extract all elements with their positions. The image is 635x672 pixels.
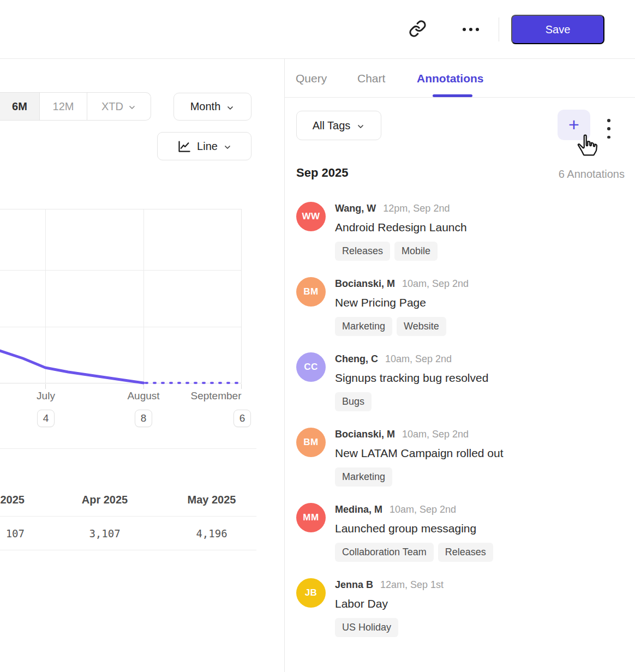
avatar: MM xyxy=(296,503,326,532)
annotation-title: Labor Day xyxy=(335,595,444,613)
avatar: CC xyxy=(296,352,326,382)
range-option-xtd-label: XTD xyxy=(101,100,123,113)
annotation-tag[interactable]: Bugs xyxy=(335,392,372,411)
annotation-tag[interactable]: Marketing xyxy=(335,467,392,487)
annotation-tag[interactable]: Releases xyxy=(335,242,390,261)
table-value-cell: 4,196 xyxy=(159,527,265,539)
chart-plot-area xyxy=(0,209,242,383)
table-header-row: 2025 Apr 2025 May 2025 xyxy=(0,449,256,517)
range-option-xtd[interactable]: XTD xyxy=(87,93,151,120)
annotation-tag[interactable]: Website xyxy=(397,317,446,336)
interval-label: Month xyxy=(190,100,221,113)
annotation-tag[interactable]: Marketing xyxy=(335,317,392,336)
annotation-author: Wang, W xyxy=(335,202,376,214)
save-button[interactable]: Save xyxy=(511,15,604,44)
copy-link-button[interactable] xyxy=(408,20,427,39)
avatar: WW xyxy=(296,202,326,231)
chart-type-dropdown[interactable]: Line xyxy=(157,132,251,160)
chart-line-svg xyxy=(0,209,242,384)
annotation-title: New Pricing Page xyxy=(335,293,469,312)
table-header-cell: 2025 xyxy=(0,494,25,506)
annotation-title: New LATAM Campaign rolled out xyxy=(335,444,504,463)
annotation-count-badge-july[interactable]: 4 xyxy=(37,410,55,427)
annotation-author: Jenna B xyxy=(335,579,373,591)
annotation-timestamp: 10am, Sep 2nd xyxy=(402,278,469,290)
table-value-cell: 107 xyxy=(0,527,25,539)
annotation-author: Bocianski, M xyxy=(335,428,395,440)
axis-tick xyxy=(241,384,242,389)
month-group-header: Sep 2025 xyxy=(296,166,348,180)
chart-type-label: Line xyxy=(197,140,218,153)
annotation-item[interactable]: BM Bocianski, M 10am, Sep 2nd New Pricin… xyxy=(296,277,630,336)
chevron-down-icon xyxy=(223,142,232,151)
annotation-body: Jenna B 12am, Sep 1st Labor Day US Holid… xyxy=(335,578,444,637)
interval-dropdown[interactable]: Month xyxy=(173,93,251,121)
table-row[interactable]: 107 3,107 4,196 xyxy=(0,517,256,550)
toolbar-divider xyxy=(499,17,499,41)
x-axis-label-august: August xyxy=(111,390,176,402)
annotation-tag[interactable]: Releases xyxy=(438,543,493,562)
tab-annotations[interactable]: Annotations xyxy=(417,59,483,98)
date-range-segmented-control: 6M 12M XTD xyxy=(0,92,151,121)
range-option-6m[interactable]: 6M xyxy=(0,93,40,120)
annotation-body: Medina, M 10am, Sep 2nd Launched group m… xyxy=(335,503,493,562)
top-toolbar: Save xyxy=(0,0,635,59)
tab-chart[interactable]: Chart xyxy=(357,59,385,98)
annotation-title: Launched group messaging xyxy=(335,519,493,538)
annotation-title: Android Redesign Launch xyxy=(335,218,467,237)
annotation-timestamp: 12am, Sep 1st xyxy=(380,579,444,591)
annotation-timestamp: 12pm, Sep 2nd xyxy=(383,202,450,214)
table-header-cell: Apr 2025 xyxy=(52,494,158,506)
annotation-count-badge-august[interactable]: 8 xyxy=(135,410,152,427)
annotation-timestamp: 10am, Sep 2nd xyxy=(402,428,469,440)
annotation-body: Bocianski, M 10am, Sep 2nd New Pricing P… xyxy=(335,277,469,336)
chevron-down-icon xyxy=(128,102,136,111)
add-annotation-button[interactable]: + xyxy=(558,110,590,140)
annotation-body: Cheng, C 10am, Sep 2nd Signups tracking … xyxy=(335,352,488,411)
axis-tick xyxy=(45,384,46,389)
annotation-timestamp: 10am, Sep 2nd xyxy=(385,353,452,365)
x-axis-label-september: September xyxy=(183,390,249,402)
link-icon xyxy=(409,20,427,40)
avatar: BM xyxy=(296,428,326,457)
tag-filter-dropdown[interactable]: All Tags xyxy=(296,111,381,140)
annotation-item[interactable]: WW Wang, W 12pm, Sep 2nd Android Redesig… xyxy=(296,202,630,261)
avatar: JB xyxy=(296,578,326,608)
tag-filter-label: All Tags xyxy=(313,119,351,132)
annotation-item[interactable]: CC Cheng, C 10am, Sep 2nd Signups tracki… xyxy=(296,352,630,411)
app-window: Save 6M 12M XTD Month Line xyxy=(0,0,635,672)
annotation-item[interactable]: MM Medina, M 10am, Sep 2nd Launched grou… xyxy=(296,503,630,562)
annotation-timestamp: 10am, Sep 2nd xyxy=(390,503,456,515)
line-chart-icon xyxy=(177,139,191,154)
annotations-count: 6 Annotations xyxy=(559,168,625,181)
plus-icon: + xyxy=(568,115,579,134)
chevron-down-icon xyxy=(356,121,365,130)
annotation-tag[interactable]: Mobile xyxy=(394,242,438,261)
x-axis-label-july: July xyxy=(13,390,79,402)
annotation-author: Medina, M xyxy=(335,503,382,515)
panel-tabbar: Query Chart Annotations xyxy=(285,59,635,98)
annotation-tag[interactable]: US Holiday xyxy=(335,618,398,637)
annotation-item[interactable]: BM Bocianski, M 10am, Sep 2nd New LATAM … xyxy=(296,428,630,487)
more-options-button[interactable] xyxy=(458,27,483,32)
annotation-item[interactable]: JB Jenna B 12am, Sep 1st Labor Day US Ho… xyxy=(296,578,630,637)
table-header-cell: May 2025 xyxy=(159,494,265,506)
active-tab-underline xyxy=(433,94,472,97)
chevron-down-icon xyxy=(226,103,235,111)
ellipsis-icon xyxy=(463,28,479,31)
annotation-author: Cheng, C xyxy=(335,353,378,365)
annotation-author: Bocianski, M xyxy=(335,278,395,290)
annotation-tag[interactable]: Collaboration Team xyxy=(335,543,434,562)
panel-more-options-button[interactable] xyxy=(606,119,612,139)
chart-line-solid xyxy=(0,351,143,383)
annotations-panel: Query Chart Annotations All Tags + Sep 2… xyxy=(284,59,635,672)
annotation-count-badge-september[interactable]: 6 xyxy=(233,410,251,427)
tab-query[interactable]: Query xyxy=(296,59,327,98)
annotation-title: Signups tracking bug resolved xyxy=(335,369,488,387)
axis-tick xyxy=(143,384,144,389)
range-option-12m[interactable]: 12M xyxy=(40,93,87,120)
annotations-list: WW Wang, W 12pm, Sep 2nd Android Redesig… xyxy=(296,202,630,637)
avatar: BM xyxy=(296,277,326,307)
results-table: 2025 Apr 2025 May 2025 107 3,107 4,196 xyxy=(0,448,256,550)
annotation-body: Wang, W 12pm, Sep 2nd Android Redesign L… xyxy=(335,202,467,261)
